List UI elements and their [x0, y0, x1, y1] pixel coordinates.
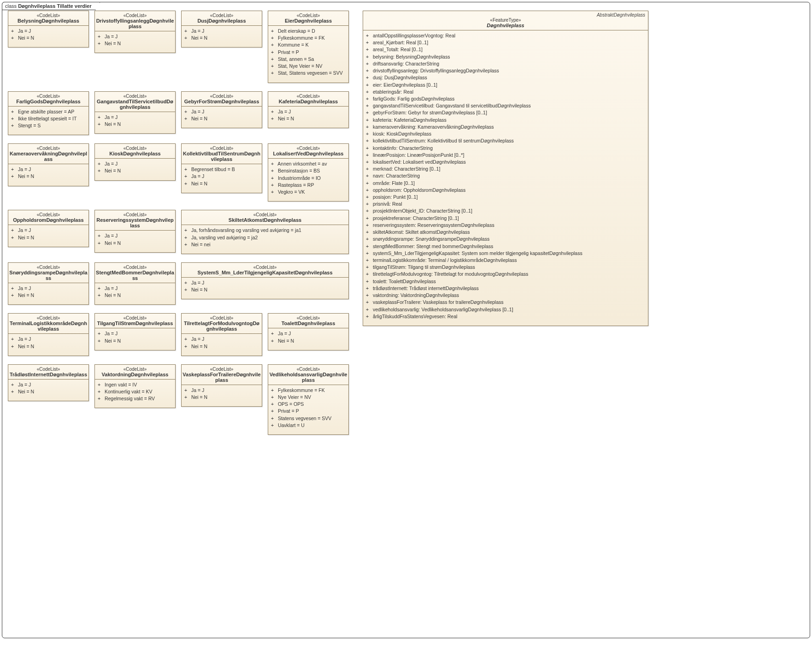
frame-title: Døgnhvileplass Tillatte verdier [18, 3, 91, 9]
feature-attribute: gebyrForStrøm: Gebyr for strømDøgnhvilep… [366, 109, 645, 116]
codelist-body: Ja = JNei = N [182, 334, 262, 355]
stereotype-label: «CodeList» [269, 13, 347, 18]
feature-body: antallOppstillingsplasserVogntog: Realar… [363, 30, 648, 326]
attribute: Kontinuerlig vakt = KV [98, 388, 172, 395]
codelist-header: «CodeList»GebyrForStrømDøgnhvileplass [182, 92, 262, 107]
codelist-body: Ja = JNei = N [95, 231, 175, 252]
stereotype-label: «CodeList» [96, 367, 174, 372]
stereotype-label: «CodeList» [9, 367, 88, 372]
class-name: ReserveringssystemDøgnhvileplass [96, 217, 174, 228]
attribute: Begrenset tilbud = B [184, 166, 259, 173]
feature-attribute: kontaktinfo: CharacterString [366, 145, 645, 152]
class-name: ToalettDøgnhvileplass [269, 321, 347, 326]
codelist-box: «CodeList»KameraovervåkningDøgnhvileplas… [8, 143, 89, 186]
attribute: Ja = J [98, 160, 172, 167]
attribute: Nei = N [11, 343, 86, 350]
attribute: Ja = J [98, 33, 172, 40]
stereotype-label: «CodeList» [9, 212, 88, 217]
stereotype-label: «CodeList» [269, 94, 347, 99]
feature-attribute: lineærPosisjon: LineærPosisjonPunkt [0..… [366, 152, 645, 159]
attribute: Nei = N [98, 240, 172, 247]
stereotype-label: «CodeList» [96, 94, 174, 99]
codelist-header: «CodeList»VaskeplassForTrailereDøgnhvile… [182, 365, 262, 385]
diagram-frame: class Døgnhvileplass Tillatte verdier «C… [2, 2, 810, 638]
feature-attribute: snøryddingsrampe: SnøryddingsrampeDøgnhv… [366, 236, 645, 243]
codelist-header: «CodeList»TilrettelagtForModulvogntogDøg… [182, 314, 262, 334]
attribute: OPS = OPS [271, 401, 346, 408]
attribute: Delt eierskap = D [271, 28, 346, 35]
feature-attribute: gangavstandTilServicetilbud: Gangavstand… [366, 102, 645, 109]
class-name: OppholdsromDøgnhvileplass [9, 217, 88, 223]
attribute: Ja = J [11, 28, 86, 35]
codelist-body: Ja, forhåndsvarsling og varsling ved avk… [182, 225, 348, 254]
class-name: SkiltetAtkomstDøgnhvileplass [182, 217, 347, 223]
codelist-header: «CodeList»VaktordningDøgnhvileplass [95, 365, 175, 380]
canvas: «CodeList»BelysningDøgnhvileplassJa = JN… [8, 11, 804, 435]
attribute: Nei = N [11, 292, 86, 299]
class-name: FarligGodsDøgnhvileplass [9, 99, 88, 104]
attribute: Ja = J [98, 285, 172, 292]
class-name: BelysningDøgnhvileplass [9, 18, 88, 24]
codelist-box: «CodeList»DusjDøgnhvileplassJa = JNei = … [181, 11, 262, 47]
attribute: Nei = N [184, 286, 346, 293]
attribute: Vegkro = VK [271, 189, 346, 196]
stereotype-label: «CodeList» [269, 367, 347, 372]
feature-attribute: areal_Totalt: Real [0..1] [366, 46, 645, 53]
codelist-header: «CodeList»VedlikeholdsansvarligDøgnhvile… [268, 365, 348, 385]
class-name: LokalisertVedDøgnhvileplass [269, 151, 347, 156]
attribute: Ja = J [184, 173, 259, 180]
codelist-header: «CodeList»DusjDøgnhvileplass [182, 11, 262, 26]
feature-attribute: prisnivå: Real [366, 201, 645, 208]
stereotype-label: «CodeList» [269, 146, 347, 151]
feature-attribute: område: Flate [0..1] [366, 180, 645, 187]
codelist-box: «CodeList»GangavstandTilServicetilbudDøg… [94, 91, 176, 134]
feature-attribute: toalett: ToalettDøgnhvileplass [366, 278, 645, 285]
class-name: SnøryddingsrampeDøgnhvileplass [9, 270, 88, 281]
stereotype-label: «CodeList» [96, 265, 174, 270]
feature-attribute: drivstoffyllingsanlegg: Drivstoffyllings… [366, 67, 645, 74]
attribute: Stat, Nye Veier = NV [271, 63, 346, 70]
attribute: Stat, Statens vegvesen = SVV [271, 70, 346, 77]
feature-attribute: årligTilskuddFraStatensVegvesen: Real [366, 313, 645, 320]
codelist-header: «CodeList»SnøryddingsrampeDøgnhvileplass [8, 263, 88, 283]
attribute: Privat = P [271, 408, 346, 415]
attribute: Ja = J [271, 108, 346, 115]
codelist-box: «CodeList»KioskDøgnhvileplassJa = JNei =… [94, 143, 176, 180]
class-name: GangavstandTilServicetilbudDøgnhvileplas… [96, 99, 174, 110]
attribute: Nei = N [184, 35, 259, 42]
codelist-body: Ja = JNei = N [182, 278, 348, 299]
attribute: Ingen vakt = IV [98, 381, 172, 388]
codelist-header: «CodeList»KioskDøgnhvileplass [95, 144, 175, 159]
class-name: KioskDøgnhvileplass [96, 151, 174, 156]
codelist-box: «CodeList»ToalettDøgnhvileplassJa = JNei… [268, 313, 349, 350]
attribute: Ja = J [184, 387, 259, 394]
codelist-body: Ja = JNei = N [95, 328, 175, 350]
attribute: Ja = J [184, 336, 259, 343]
attribute: Ja = J [11, 227, 86, 234]
stereotype-label: «CodeList» [96, 146, 174, 151]
codelist-body: Ja = JNei = N [182, 26, 262, 47]
attribute: Nei = N [98, 338, 172, 344]
codelist-body: Ja = JNei = N [95, 31, 175, 53]
codelist-box: «CodeList»GebyrForStrømDøgnhvileplassJa … [181, 91, 262, 128]
stereotype-label: «CodeList» [182, 13, 261, 18]
feature-classname: Døgnhvileplass [364, 23, 647, 28]
stereotype-label: «CodeList» [96, 315, 174, 321]
attribute: Stengt = S [11, 122, 86, 129]
codelist-header: «CodeList»TerminalLogistikkområdeDøgnhvi… [8, 314, 88, 334]
attribute: Ja = J [184, 108, 259, 115]
codelist-body: Ja = JNei = N [182, 385, 262, 406]
class-name: DusjDøgnhvileplass [182, 18, 261, 24]
codelist-body: Ja = JNei = N [95, 112, 175, 133]
attribute: Nei = nei [184, 241, 346, 248]
codelist-header: «CodeList»DrivstoffyllingsanleggDøgnhvil… [95, 11, 175, 31]
class-name: KollektivtilbudTilSentrumDøgnhvileplass [182, 151, 261, 162]
attribute: Stat, annen = Sa [271, 56, 346, 63]
codelist-box: «CodeList»VaktordningDøgnhvileplassIngen… [94, 364, 176, 409]
codelist-body: Ja = JNei = N [8, 26, 88, 47]
frame-prefix: class [5, 3, 18, 9]
attribute: Fylkeskommune = FK [271, 387, 346, 394]
stereotype-label: «CodeList» [9, 13, 88, 18]
stereotype-label: «CodeList» [96, 212, 174, 217]
codelist-box: «CodeList»ReserveringssystemDøgnhvilepla… [94, 210, 176, 252]
